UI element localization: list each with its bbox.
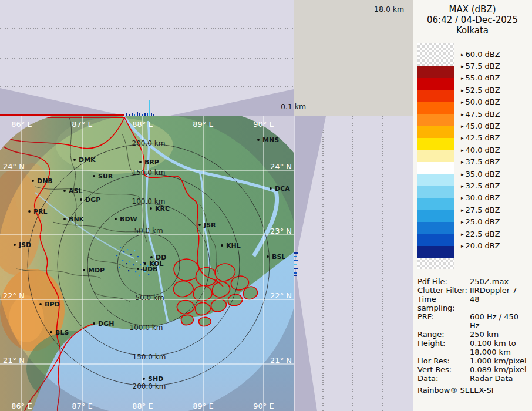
metadata-label: Clutter Filter: — [417, 286, 470, 295]
lon-label-bottom: 89° E — [193, 402, 213, 410]
legend-tick: ▸35.0 dBZ — [461, 170, 500, 178]
city-dot — [50, 331, 52, 333]
metadata-row: Hor Res:1.000 km/pixel — [417, 356, 530, 365]
legend-tick: ▸57.5 dBZ — [461, 62, 500, 70]
city-label: SHD — [148, 375, 163, 383]
legend-tick-label: 47.5 dBZ — [466, 110, 500, 119]
legend-tick: ▸50.0 dBZ — [461, 98, 500, 106]
legend-tick-label: 20.0 dBZ — [466, 241, 500, 250]
lon-label-top: 86° E — [11, 120, 32, 129]
legend-tick: ▸52.5 dBZ — [461, 86, 500, 95]
lon-label-top: 87° E — [72, 120, 92, 129]
city-label: PRL — [33, 208, 48, 215]
metadata-block: Pdf File:250Z.maxClutter Filter:IIRDoppl… — [417, 277, 530, 395]
legend-tick: ▸40.0 dBZ — [461, 146, 500, 154]
legend-band — [417, 126, 454, 138]
metadata-row: Pdf File:250Z.max — [417, 277, 530, 286]
legend-band — [417, 198, 454, 210]
city-label: SUR — [98, 173, 113, 180]
height-axis-max-label: 18.0 km — [374, 5, 404, 14]
legend-overflow-bottom — [417, 258, 454, 269]
metadata-label: Time sampling: — [417, 295, 470, 312]
map-container: 86° E86° E87° E87° E88° E88° E89° E89° E… — [0, 116, 294, 411]
city-dot — [93, 322, 95, 325]
city-dot — [198, 224, 201, 226]
lon-label-bottom: 86° E — [11, 402, 32, 410]
metadata-label: Vert Res: — [417, 365, 470, 374]
echo-pixel — [139, 275, 140, 276]
legend-tick: ▸30.0 dBZ — [461, 194, 500, 202]
legend-tick: ▸55.0 dBZ — [461, 74, 500, 82]
echo-pixel — [148, 274, 149, 275]
legend-tick: ▸42.5 dBZ — [461, 134, 500, 142]
echo-pixel — [133, 264, 134, 265]
city-label: JSD — [18, 241, 31, 249]
height-axis-min-label: 0.1 km — [281, 102, 306, 111]
legend-tick-label: 50.0 dBZ — [466, 97, 500, 106]
city-dot — [270, 187, 272, 190]
city-dot — [143, 378, 145, 380]
metadata-label: Range: — [417, 330, 470, 339]
metadata-row: Time sampling:48 — [417, 295, 530, 312]
metadata-label: Data: — [417, 374, 470, 383]
metadata-value: 0.089 km/pixel — [470, 365, 527, 374]
echo-spike — [137, 112, 138, 116]
echo-dash — [294, 260, 298, 261]
echo-pixel — [122, 260, 123, 261]
metadata-value: IIRDoppler 7 — [470, 286, 517, 295]
title-block: MAX (dBZ) 06:42 / 04-Dec-2025 Kolkata — [413, 4, 532, 36]
city-dot — [73, 159, 76, 161]
lon-label-top: 90° E — [253, 120, 274, 129]
legend-tick-arrow-icon: ▸ — [461, 195, 464, 201]
city-dot — [267, 255, 269, 258]
legend-overflow-top — [417, 43, 454, 66]
city-dot — [139, 161, 142, 163]
echo-dash — [294, 256, 297, 257]
echo-spike — [153, 114, 154, 116]
legend-tick-label: 57.5 dBZ — [466, 62, 500, 70]
legend-tick-arrow-icon: ▸ — [461, 123, 464, 129]
radar-map-viewport[interactable]: 86° E86° E87° E87° E88° E88° E89° E89° E… — [0, 116, 294, 411]
metadata-value: 600 Hz / 450 Hz — [470, 312, 530, 330]
echo-dash — [294, 275, 297, 276]
legend-band — [417, 66, 454, 78]
metadata-value: Radar Data — [470, 374, 513, 383]
info-panel: MAX (dBZ) 06:42 / 04-Dec-2025 Kolkata ▸6… — [413, 0, 532, 411]
legend-tick-arrow-icon: ▸ — [461, 135, 464, 141]
range-ring-label: 150.0 km — [132, 169, 166, 177]
metadata-label: Height: — [417, 339, 470, 356]
legend-tick-label: 45.0 dBZ — [466, 122, 500, 130]
legend-tick-arrow-icon: ▸ — [461, 231, 464, 237]
city-dot — [115, 218, 117, 220]
legend-band — [417, 78, 454, 90]
city-dot — [14, 244, 16, 246]
metadata-row: Height:0.100 km to 18.000 km — [417, 339, 530, 356]
legend-tick-arrow-icon: ▸ — [461, 75, 464, 81]
city-label: MDP — [88, 267, 105, 274]
legend-tick-label: 32.5 dBZ — [466, 181, 500, 190]
city-dot — [39, 303, 42, 305]
top-cross-section-panel — [0, 0, 294, 116]
metadata-row: PRF:600 Hz / 450 Hz — [417, 312, 530, 330]
lat-label-right: 24° N — [270, 162, 292, 171]
city-dot — [150, 256, 153, 258]
legend-tick: ▸60.0 dBZ — [461, 50, 500, 59]
city-label: BPD — [45, 301, 60, 308]
legend-tick: ▸47.5 dBZ — [461, 110, 500, 119]
lon-label-top: 88° E — [132, 120, 153, 129]
legend-tick-label: 22.5 dBZ — [466, 230, 500, 238]
city-dot — [83, 269, 85, 271]
city-label: BSL — [272, 253, 285, 261]
city-dot — [150, 207, 152, 210]
city-label: BNK — [69, 215, 85, 223]
legend-tick-label: 55.0 dBZ — [466, 73, 500, 82]
echo-spike — [147, 113, 148, 116]
legend-tick-arrow-icon: ▸ — [461, 52, 464, 58]
echo-dash — [294, 268, 298, 269]
lat-label-left: 22° N — [3, 291, 25, 300]
lat-label-left: 24° N — [3, 162, 25, 171]
legend-tick: ▸22.5 dBZ — [461, 230, 500, 238]
metadata-value: 250Z.max — [470, 277, 509, 286]
echo-spike — [129, 114, 130, 116]
city-dot — [137, 268, 139, 270]
